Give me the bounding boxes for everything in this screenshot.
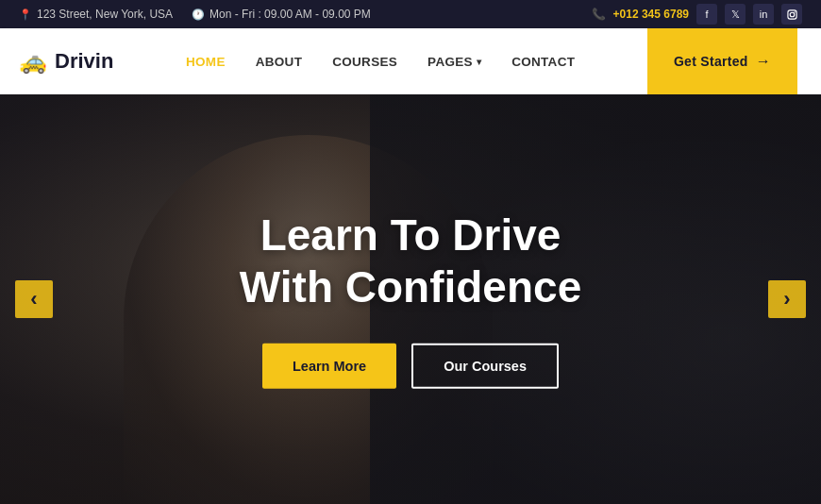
location-icon: 📍 [19,8,32,21]
nav-item-pages[interactable]: PAGES ▾ [412,28,496,94]
get-started-arrow-icon: → [756,53,771,70]
our-courses-button[interactable]: Our Courses [411,344,559,389]
hours-text: Mon - Fri : 09.00 AM - 09.00 PM [209,8,371,21]
top-bar-right: 📞 +012 345 6789 f 𝕏 in [592,4,802,25]
linkedin-social-icon[interactable]: in [753,4,774,25]
hero-buttons: Learn More Our Courses [19,344,802,389]
nav-item-about[interactable]: ABOUT [241,28,318,94]
nav-item-home[interactable]: HOME [171,28,241,94]
logo[interactable]: 🚕 Drivin [19,48,113,75]
clock-icon: 🕐 [192,8,205,21]
logo-text: Drivin [55,49,113,74]
address-text: 123 Street, New York, USA [37,8,173,21]
hero-title: Learn To Drive With Confidence [19,210,802,313]
slider-next-button[interactable]: › [768,280,806,318]
arrow-right-icon: › [783,289,790,310]
svg-rect-0 [787,9,796,18]
get-started-button[interactable]: Get Started → [647,28,797,94]
header: 🚕 Drivin HOME ABOUT COURSES PAGES ▾ CONT… [0,28,821,94]
address-item: 📍 123 Street, New York, USA [19,8,173,21]
car-icon: 🚕 [19,48,47,75]
phone-text: +012 345 6789 [613,8,689,21]
nav-item-contact[interactable]: CONTACT [496,28,590,94]
nav-item-courses[interactable]: COURSES [317,28,412,94]
hero-section: ‹ Learn To Drive With Confidence Learn M… [0,94,821,504]
main-nav: HOME ABOUT COURSES PAGES ▾ CONTACT [171,28,590,94]
hero-content: Learn To Drive With Confidence Learn Mor… [0,210,821,389]
slider-prev-button[interactable]: ‹ [15,280,53,318]
facebook-social-icon[interactable]: f [696,4,717,25]
learn-more-button[interactable]: Learn More [262,344,396,389]
get-started-label: Get Started [674,54,748,69]
hours-item: 🕐 Mon - Fri : 09.00 AM - 09.00 PM [192,8,371,21]
svg-point-1 [790,12,795,17]
instagram-social-icon[interactable] [781,4,802,25]
arrow-left-icon: ‹ [30,289,37,310]
phone-icon: 📞 [592,8,606,21]
top-bar: 📍 123 Street, New York, USA 🕐 Mon - Fri … [0,0,821,28]
twitter-social-icon[interactable]: 𝕏 [725,4,746,25]
top-bar-left: 📍 123 Street, New York, USA 🕐 Mon - Fri … [19,8,371,21]
pages-chevron-icon: ▾ [477,57,481,67]
svg-point-2 [794,11,795,12]
